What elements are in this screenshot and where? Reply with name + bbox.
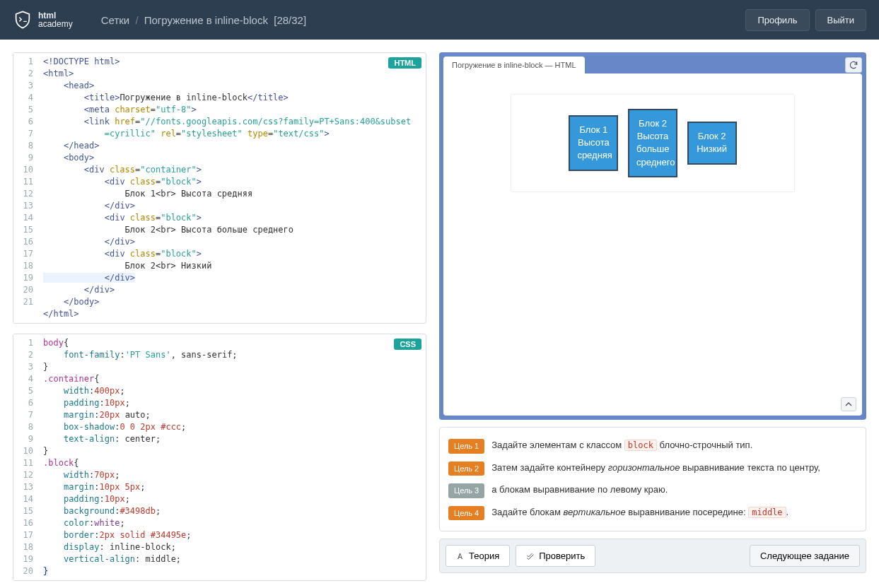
html-code[interactable]: <!DOCTYPE html> <html> <head> <title>Пог… xyxy=(39,53,426,323)
preview-area: Блок 1Высотасредняя Блок 2Высотабольшеср… xyxy=(443,74,862,416)
goal-4: Цель 4 Задайте блокам вертикальное вырав… xyxy=(448,502,857,524)
breadcrumb: Сетки / Погружение в inline-block [28/32… xyxy=(101,14,306,26)
css-editor[interactable]: CSS 1234567891011121314151617181920 body… xyxy=(13,334,426,581)
goal-badge-4: Цель 4 xyxy=(448,506,484,521)
scroll-up-button[interactable] xyxy=(841,397,856,411)
shield-icon xyxy=(13,10,33,30)
preview-block-3: Блок 2Низкий xyxy=(687,122,737,164)
check-icon xyxy=(526,552,535,560)
chevron-up-icon xyxy=(845,401,852,408)
css-gutter: 1234567891011121314151617181920 xyxy=(13,334,39,580)
preview-block-1: Блок 1Высотасредняя xyxy=(569,115,618,171)
html-editor[interactable]: HTML 123456789101112131415161718192021 <… xyxy=(13,52,426,324)
logout-button[interactable]: Выйти xyxy=(815,9,867,31)
goals-panel: Цель 1 Задайте элементам с классом block… xyxy=(439,427,866,531)
preview-block-2: Блок 2Высотабольшесреднего xyxy=(628,109,677,177)
goal-badge-3: Цель 3 xyxy=(448,483,484,498)
breadcrumb-sep: / xyxy=(135,14,138,26)
preview-tab[interactable]: Погружение в inline-block — HTML xyxy=(443,57,585,74)
breadcrumb-progress: [28/32] xyxy=(274,14,306,26)
bottom-bar: Теория Проверить Следующее задание xyxy=(439,539,866,573)
check-button[interactable]: Проверить xyxy=(516,545,595,567)
font-icon xyxy=(456,552,465,560)
preview-container: Блок 1Высотасредняя Блок 2Высотабольшеср… xyxy=(511,95,794,192)
html-gutter: 123456789101112131415161718192021 xyxy=(13,53,39,323)
profile-button[interactable]: Профиль xyxy=(745,9,809,31)
goal-1: Цель 1 Задайте элементам с классом block… xyxy=(448,435,857,457)
breadcrumb-title: Погружение в inline-block xyxy=(144,14,268,26)
next-task-button[interactable]: Следующее задание xyxy=(750,545,860,567)
logo-text: htmlacademy xyxy=(38,11,73,28)
logo[interactable]: htmlacademy xyxy=(13,10,73,30)
goal-badge-2: Цель 2 xyxy=(448,461,484,476)
preview-panel: Погружение в inline-block — HTML Блок 1В… xyxy=(439,52,866,420)
refresh-icon xyxy=(849,60,858,70)
goal-3: Цель 3 а блокам выравнивание по левому к… xyxy=(448,479,857,502)
refresh-button[interactable] xyxy=(845,57,862,73)
breadcrumb-section[interactable]: Сетки xyxy=(101,14,130,26)
theory-button[interactable]: Теория xyxy=(446,545,510,567)
goal-2: Цель 2 Затем задайте контейнеру горизонт… xyxy=(448,457,857,480)
topbar: htmlacademy Сетки / Погружение в inline-… xyxy=(0,0,879,40)
css-code[interactable]: body{ font-family:'PT Sans', sans-serif;… xyxy=(39,334,426,580)
css-badge: CSS xyxy=(394,339,421,350)
goal-badge-1: Цель 1 xyxy=(448,439,484,454)
html-badge: HTML xyxy=(388,57,421,69)
